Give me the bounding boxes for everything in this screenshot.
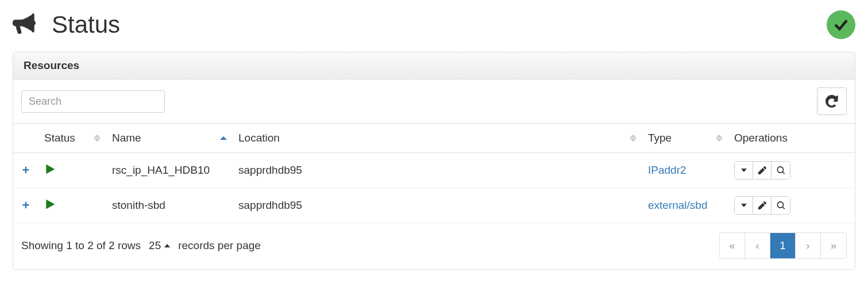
sort-desc-icon: [716, 139, 723, 142]
column-header-operations: Operations: [728, 124, 855, 153]
operations-button-group: [734, 196, 790, 215]
caret-down-icon: [741, 169, 747, 172]
showing-rows-text: Showing 1 to 2 of 2 rows: [21, 239, 141, 252]
caret-down-icon: [741, 204, 747, 207]
page-prev-button[interactable]: ‹: [745, 233, 770, 258]
search-icon: [777, 201, 785, 209]
search-input[interactable]: [21, 90, 165, 113]
pencil-icon: [758, 201, 766, 209]
operations-button-group: [734, 161, 790, 180]
records-per-page-label: records per page: [178, 239, 261, 252]
expand-row-button[interactable]: +: [22, 198, 30, 212]
page-size-selector[interactable]: 25: [149, 239, 170, 252]
pagination: « ‹ 1 › »: [719, 232, 847, 259]
page-title: Status: [52, 11, 120, 39]
refresh-icon: [825, 95, 838, 108]
operations-menu-button[interactable]: [735, 197, 753, 214]
search-icon: [777, 166, 785, 174]
panel-heading: Resources: [13, 52, 855, 79]
page-next-button[interactable]: ›: [796, 233, 821, 258]
page-last-button[interactable]: »: [821, 233, 846, 258]
sort-desc-icon: [630, 139, 636, 142]
resource-type-link[interactable]: external/sbd: [648, 199, 708, 211]
table-row: + rsc_ip_HA1_HDB10 sapprdhdb95 IPaddr2: [13, 153, 855, 188]
resource-type-link[interactable]: IPaddr2: [648, 164, 686, 176]
refresh-button[interactable]: [817, 87, 847, 115]
column-header-name[interactable]: Name: [106, 124, 233, 153]
sort-desc-icon: [94, 139, 101, 142]
resources-panel: Resources Status Name Location: [13, 52, 855, 270]
sort-asc-icon: [94, 135, 101, 138]
operations-menu-button[interactable]: [735, 162, 753, 179]
bullhorn-icon: [13, 12, 36, 38]
details-button[interactable]: [771, 162, 790, 179]
column-header-status[interactable]: Status: [38, 124, 106, 153]
check-icon: [832, 16, 850, 33]
sort-asc-icon: [220, 136, 227, 140]
cluster-status-ok-badge: [827, 10, 855, 39]
page-first-button[interactable]: «: [720, 233, 745, 258]
resource-location: sapprdhdb95: [233, 153, 642, 188]
details-button[interactable]: [771, 197, 790, 214]
table-row: + stonith-sbd sapprdhdb95 external/sbd: [13, 188, 855, 223]
status-running-icon: [44, 166, 56, 178]
pencil-icon: [758, 166, 766, 174]
resource-location: sapprdhdb95: [233, 188, 642, 223]
page-number-button[interactable]: 1: [770, 233, 796, 258]
caret-up-icon: [164, 244, 170, 247]
status-running-icon: [44, 201, 56, 213]
column-header-type[interactable]: Type: [642, 124, 728, 153]
resource-name: stonith-sbd: [106, 188, 233, 223]
expand-row-button[interactable]: +: [22, 163, 30, 177]
resource-name: rsc_ip_HA1_HDB10: [106, 153, 233, 188]
edit-button[interactable]: [753, 197, 771, 214]
column-header-location[interactable]: Location: [233, 124, 642, 153]
sort-asc-icon: [716, 135, 723, 138]
sort-asc-icon: [630, 135, 636, 138]
edit-button[interactable]: [753, 162, 771, 179]
resources-table: Status Name Location Type Operations: [13, 123, 855, 223]
